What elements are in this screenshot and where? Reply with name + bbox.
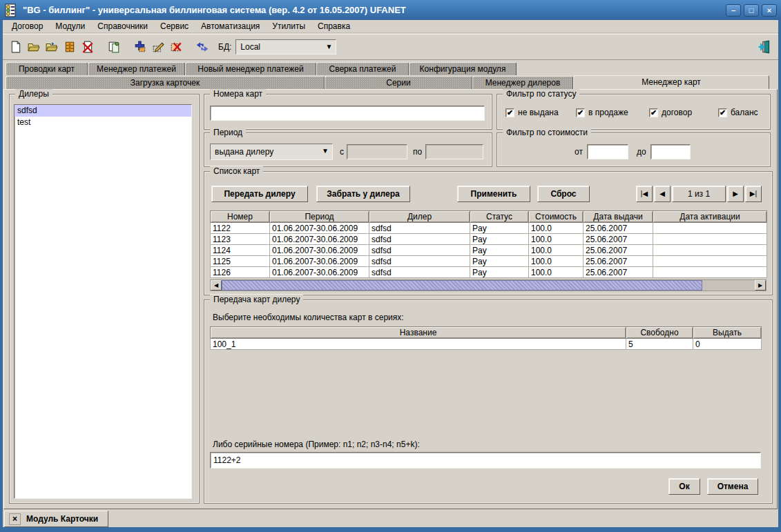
scroll-left-icon[interactable]: ◀ [211,280,222,290]
application-window: "BG - биллинг" - универсальная биллингов… [0,0,781,532]
apply-button[interactable]: Применить [457,186,530,202]
import-folder-icon[interactable] [43,38,61,56]
table-row[interactable]: 112401.06.2007-30.06.2009sdfsdPay100.025… [211,245,767,256]
page-next-button[interactable]: ▶ [727,186,744,202]
tab-module-cards[interactable]: × Модуль Карточки [4,511,108,527]
cell: Pay [470,256,529,267]
cancel-button[interactable]: Отмена [707,478,758,495]
serial-numbers-input[interactable] [210,452,761,469]
open-folder-icon[interactable] [25,38,43,56]
refresh-icon[interactable] [193,38,211,56]
cell: 1126 [211,267,270,278]
tab-card-postings[interactable]: Проводки карт [6,62,88,75]
column-header[interactable]: Статус [470,211,529,223]
tab-payment-reconciliation[interactable]: Сверка платежей [316,62,409,75]
card-numbers-group: Номера карт [204,94,492,130]
exit-icon[interactable] [755,38,773,56]
close-module-icon[interactable]: × [9,513,21,525]
cost-to-input[interactable] [650,144,691,159]
period-from-input[interactable] [347,144,407,159]
menu-references[interactable]: Справочники [91,21,154,32]
minimize-button[interactable]: – [726,4,741,17]
reset-button[interactable]: Сброс [537,186,590,202]
cost-from-label: от [575,147,583,157]
edit-item-icon[interactable] [149,38,167,56]
cell [653,256,767,267]
column-header[interactable]: Название [211,327,626,339]
column-header[interactable]: Дата активации [653,211,767,223]
tab-card-loading[interactable]: Загрузка карточек [6,76,325,89]
table-row[interactable]: 112201.06.2007-30.06.2009sdfsdPay100.025… [211,223,767,234]
tab-card-manager[interactable]: Менеджер карт [573,75,769,89]
menu-utilities[interactable]: Утилиты [266,21,311,32]
new-document-icon[interactable] [7,38,25,56]
checkbox-on-sale[interactable]: ✔ в продаже [576,108,628,117]
tab-new-payment-manager[interactable]: Новый менеджер платежей [185,62,316,75]
cell: Pay [470,245,529,256]
page-prev-button[interactable]: ◀ [654,186,671,202]
menu-help[interactable]: Справка [311,21,356,32]
cost-from-input[interactable] [587,144,628,159]
cell [653,234,767,245]
status-filter-group-title: Фильтр по статусу [503,89,579,99]
column-header[interactable]: Стоимость [529,211,584,223]
delete-document-icon[interactable] [79,38,97,56]
cards-table-header: Номер Период Дилер Статус Стоимость Дата… [211,211,767,223]
period-to-input[interactable] [425,144,483,159]
tab-series[interactable]: Серии [325,76,472,89]
status-filter-group: Фильтр по статусу ✔ не выдана ✔ в продаж… [496,94,771,130]
cell [653,267,767,278]
close-button[interactable]: × [762,4,777,17]
column-header[interactable]: Период [270,211,369,223]
scroll-right-icon[interactable]: ▶ [755,280,766,290]
table-row[interactable]: 112301.06.2007-30.06.2009sdfsdPay100.025… [211,234,767,245]
cell: 25.06.2007 [584,223,653,234]
tab-module-configuration[interactable]: Конфигурация модуля [409,62,517,75]
cell-editable[interactable]: 0 [693,339,762,350]
cell: 5 [626,339,693,350]
remove-item-icon[interactable] [167,38,185,56]
page-last-button[interactable]: ▶| [745,186,762,202]
list-item[interactable]: test [15,117,191,128]
cell: sdfsd [369,267,470,278]
add-item-icon[interactable] [131,38,149,56]
period-select[interactable]: выдана дилеру ▼ [210,144,333,160]
db-select[interactable]: Local ▼ [235,39,336,55]
checkbox-contract[interactable]: ✔ договор [649,108,692,117]
checkbox-not-issued[interactable]: ✔ не выдана [505,108,559,117]
column-header[interactable]: Выдать [693,327,762,339]
card-file-icon[interactable] [61,38,79,56]
menu-modules[interactable]: Модули [49,21,91,32]
menu-automation[interactable]: Автоматизация [195,21,266,32]
cell: 100_1 [211,339,626,350]
tab-payment-manager[interactable]: Менеджер платежей [88,62,185,75]
ok-button[interactable]: Ок [668,478,700,495]
tab-dealer-manager[interactable]: Менеджер дилеров [472,76,573,89]
menu-service[interactable]: Сервис [154,21,195,32]
period-group-title: Период [210,128,246,137]
menu-contract[interactable]: Договор [6,21,49,32]
table-row[interactable]: 112601.06.2007-30.06.2009sdfsdPay100.025… [211,267,767,278]
take-from-dealer-button[interactable]: Забрать у дилера [316,186,410,202]
table-row[interactable]: 100_1 5 0 [211,339,762,350]
cell: 01.06.2007-30.06.2009 [270,256,369,267]
app-icon [4,3,18,17]
card-numbers-input[interactable] [210,106,485,121]
scrollbar-thumb[interactable] [222,280,702,290]
list-item[interactable]: sdfsd [15,105,191,117]
module-tab-label: Модуль Карточки [26,514,98,524]
column-header[interactable]: Свободно [626,327,693,339]
copy-document-icon[interactable] [105,38,123,56]
checkbox-balance[interactable]: ✔ баланс [718,108,758,117]
column-header[interactable]: Дата выдачи [584,211,653,223]
cell: 1123 [211,234,270,245]
table-row[interactable]: 112501.06.2007-30.06.2009sdfsdPay100.025… [211,256,767,267]
card-list-group-title: Список карт [210,166,263,176]
transfer-instruction: Выберите необходимы количества карт в се… [213,313,404,322]
transfer-to-dealer-button[interactable]: Передать дилеру [211,186,308,202]
cell: 100.0 [529,256,584,267]
maximize-button[interactable]: □ [744,4,759,17]
page-first-button[interactable]: |◀ [636,186,653,202]
column-header[interactable]: Номер [211,211,270,223]
column-header[interactable]: Дилер [369,211,470,223]
